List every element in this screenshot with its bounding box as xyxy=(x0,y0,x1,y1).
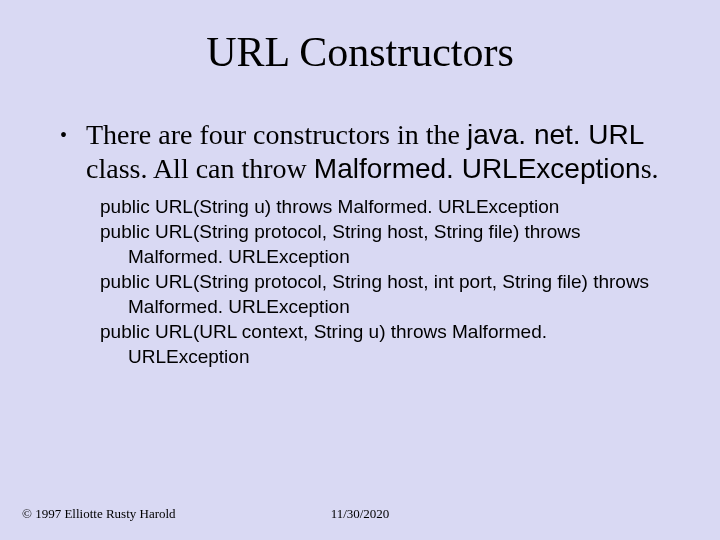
slide-title: URL Constructors xyxy=(0,28,720,76)
signature-line: public URL(URL context, String u) throws… xyxy=(100,319,660,369)
signature-line: public URL(String u) throws Malformed. U… xyxy=(100,194,660,219)
slide: URL Constructors • There are four constr… xyxy=(0,0,720,540)
bullet-item: • There are four constructors in the jav… xyxy=(60,118,660,186)
bullet-code-2: Malformed. URLException xyxy=(314,153,641,184)
bullet-mid: class. All can throw xyxy=(86,153,314,184)
bullet-text: There are four constructors in the java.… xyxy=(86,118,660,186)
bullet-post: s. xyxy=(641,153,659,184)
slide-body: • There are four constructors in the jav… xyxy=(60,118,660,369)
signature-line: public URL(String protocol, String host,… xyxy=(100,219,660,269)
bullet-pre: There are four constructors in the xyxy=(86,119,467,150)
footer-date: 11/30/2020 xyxy=(0,506,720,522)
signature-line: public URL(String protocol, String host,… xyxy=(100,269,660,319)
bullet-code-1: java. net. URL xyxy=(467,119,644,150)
bullet-dot-icon: • xyxy=(60,118,86,152)
signature-list: public URL(String u) throws Malformed. U… xyxy=(100,194,660,369)
